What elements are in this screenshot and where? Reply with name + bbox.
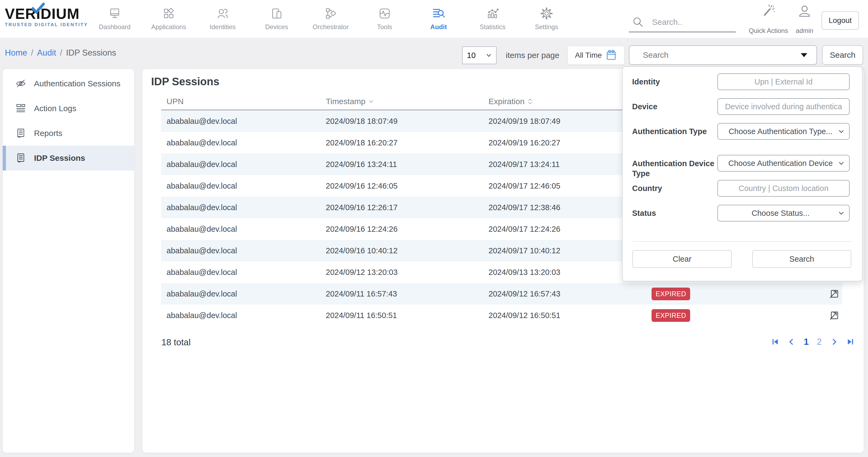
country-label: Country: [632, 184, 716, 193]
status-label: Status: [632, 208, 716, 218]
items-per-page-label: items per page: [506, 51, 559, 60]
identity-label: Identity: [632, 77, 716, 87]
top-navigation-bar: VERIDIUM TRUSTED DIGITAL IDENTITY Dashbo…: [0, 0, 868, 38]
table-search-combobox[interactable]: Search: [629, 45, 817, 65]
cell-upn: ababalau@dev.local: [161, 182, 326, 191]
nav-item-dashboard[interactable]: Dashboard: [88, 0, 142, 38]
cell-upn: ababalau@dev.local: [161, 246, 326, 255]
global-search-input[interactable]: [629, 14, 736, 32]
logout-button[interactable]: Logout: [822, 11, 859, 30]
cell-upn: ababalau@dev.local: [161, 203, 326, 212]
time-filter-button[interactable]: All Time: [567, 46, 625, 65]
previous-page-button[interactable]: [787, 338, 796, 346]
table-search-button[interactable]: Search: [822, 45, 863, 65]
page-title: IDP Sessions: [151, 75, 219, 88]
status-badge: EXPIRED: [652, 309, 690, 322]
open-session-icon[interactable]: [828, 309, 840, 321]
country-input[interactable]: [717, 180, 850, 197]
brand-tagline: TRUSTED DIGITAL IDENTITY: [5, 22, 89, 28]
cell-timestamp: 2024/09/16 12:46:05: [326, 182, 489, 191]
report-document-icon: [15, 128, 26, 139]
identities-icon: [216, 7, 229, 20]
devices-icon: [270, 7, 283, 20]
authentication-type-select[interactable]: Choose Authentication Type...: [717, 123, 850, 140]
cell-action: [798, 309, 842, 321]
sidebar-item-idp-sessions[interactable]: IDP Sessions: [3, 146, 134, 170]
sidebar-item-action-logs[interactable]: Action Logs: [3, 96, 134, 121]
breadcrumb-home[interactable]: Home: [5, 48, 27, 58]
idp-sessions-document-icon: [15, 153, 26, 164]
last-page-button[interactable]: [846, 338, 854, 346]
cell-upn: ababalau@dev.local: [161, 225, 326, 234]
dropdown-caret-icon: [801, 53, 807, 57]
authentication-type-label: Authentication Type: [632, 127, 716, 136]
authentication-device-type-select[interactable]: Choose Authentication Device: [717, 155, 850, 171]
audit-icon: [432, 7, 445, 20]
chevron-down-icon: [486, 53, 492, 58]
first-page-button[interactable]: [771, 338, 779, 346]
breadcrumb: Home / Audit / IDP Sessions: [5, 48, 116, 58]
user-name: admin: [796, 27, 813, 35]
quick-actions-button[interactable]: Quick Actions: [748, 4, 789, 35]
identity-input[interactable]: [717, 73, 850, 90]
status-badge: EXPIRED: [652, 288, 690, 300]
page-number-1[interactable]: 1: [804, 337, 809, 347]
breadcrumb-current: IDP Sessions: [66, 48, 116, 58]
breadcrumb-audit[interactable]: Audit: [37, 48, 56, 58]
total-count-label: 18 total: [161, 337, 191, 348]
pagination: 1 2: [771, 337, 854, 347]
cell-expiration: 2024/09/12 16:50:51: [489, 311, 652, 320]
brand-name: VERIDIUM: [5, 6, 89, 22]
cell-timestamp: 2024/09/18 16:20:27: [326, 138, 489, 147]
cell-expiration: 2024/09/12 16:57:43: [489, 290, 652, 298]
nav-item-settings[interactable]: Settings: [520, 0, 574, 38]
cell-upn: ababalau@dev.local: [161, 117, 326, 126]
search-filter-panel: Identity Device Authentication Type Choo…: [622, 66, 863, 282]
user-menu[interactable]: admin: [790, 4, 819, 35]
cell-upn: ababalau@dev.local: [161, 268, 326, 277]
open-session-icon[interactable]: [828, 288, 840, 300]
filter-search-button[interactable]: Search: [752, 250, 851, 268]
cell-timestamp: 2024/09/11 16:50:51: [326, 311, 489, 320]
column-header-timestamp[interactable]: Timestamp: [326, 97, 489, 106]
logo-check-icon: [31, 3, 45, 14]
sidebar-item-reports[interactable]: Reports: [3, 121, 134, 146]
cell-status: EXPIRED: [652, 309, 798, 322]
page-size-select[interactable]: 10: [462, 46, 497, 64]
device-input[interactable]: [717, 98, 850, 115]
next-page-button[interactable]: [830, 338, 838, 346]
nav-item-orchestrator[interactable]: Orchestrator: [304, 0, 358, 38]
sort-desc-icon: [368, 98, 374, 105]
cell-timestamp: 2024/09/16 10:40:12: [326, 246, 489, 255]
statistics-icon: [486, 7, 499, 20]
page-number-2[interactable]: 2: [817, 337, 822, 347]
status-select[interactable]: Choose Status...: [717, 205, 850, 222]
nav-item-statistics[interactable]: Statistics: [466, 0, 520, 38]
chevron-down-icon: [838, 130, 844, 134]
cell-action: [798, 288, 842, 300]
filter-clear-button[interactable]: Clear: [632, 250, 732, 268]
cell-timestamp: 2024/09/16 12:24:26: [326, 225, 489, 234]
settings-icon: [540, 7, 553, 20]
cell-upn: ababalau@dev.local: [161, 290, 326, 298]
nav-item-identities[interactable]: Identities: [196, 0, 250, 38]
nav-item-devices[interactable]: Devices: [250, 0, 304, 38]
nav-item-applications[interactable]: Applications: [142, 0, 196, 38]
table-row: ababalau@dev.local 2024/09/11 16:50:51 2…: [161, 304, 842, 326]
cell-upn: ababalau@dev.local: [161, 138, 326, 147]
tools-icon: [378, 7, 391, 20]
authentication-device-type-label: Authentication Device Type: [632, 159, 716, 178]
sidebar-item-authentication-sessions[interactable]: Authentication Sessions: [3, 71, 134, 96]
nav-item-audit[interactable]: Audit: [412, 0, 466, 38]
nav-item-tools[interactable]: Tools: [358, 0, 412, 38]
cell-upn: ababalau@dev.local: [161, 311, 326, 320]
global-search: [629, 14, 736, 32]
orchestrator-icon: [324, 7, 337, 20]
user-icon: [798, 4, 812, 18]
action-logs-icon: [15, 103, 26, 114]
column-header-upn[interactable]: UPN: [161, 97, 326, 106]
dashboard-icon: [108, 7, 121, 20]
veridium-logo[interactable]: VERIDIUM TRUSTED DIGITAL IDENTITY: [5, 6, 89, 28]
table-row: ababalau@dev.local 2024/09/11 16:57:43 2…: [161, 283, 842, 304]
audit-sidebar: Authentication Sessions Action Logs Repo…: [3, 69, 134, 453]
